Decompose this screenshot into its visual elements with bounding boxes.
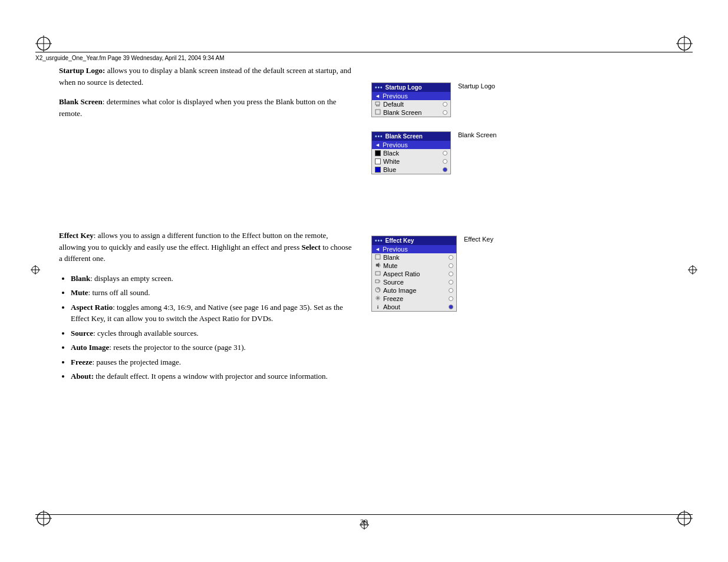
bullet-blank: Blank: displays an empty screen. (71, 273, 354, 285)
bullet-freeze: Freeze: pauses the projected image. (71, 356, 354, 368)
startup-logo-dots: ••• (375, 84, 383, 91)
corner-mark-tr (676, 35, 693, 52)
startup-logo-previous-label: Previous (383, 92, 408, 100)
effect-key-bold: Effect Key (59, 231, 94, 240)
blank-screen-black-radio (443, 150, 447, 157)
white-color-box (375, 158, 381, 164)
effect-key-item-freeze[interactable]: Freeze (372, 295, 456, 303)
effect-key-label: Effect Key (464, 236, 493, 243)
bullet-mute: Mute: turns off all sound. (71, 287, 354, 299)
blank-screen-item-black[interactable]: Black (372, 149, 450, 157)
startup-logo-item-default[interactable]: Default (372, 100, 450, 108)
effect-key-item-autoimage[interactable]: Auto Image (372, 286, 456, 295)
blue-color-box (375, 167, 381, 173)
blank-screen-blue-label: Blue (383, 166, 396, 173)
aspect-label: Aspect Ratio (383, 270, 420, 277)
corner-mark-tl (35, 35, 52, 52)
header-bar: X2_usrguide_One_Year.fm Page 39 Wednesda… (35, 52, 693, 61)
bullet-about: About: the default effect. It opens a wi… (71, 371, 354, 382)
cross-mark-left (31, 265, 40, 275)
effect-key-arrow: ◄ (375, 246, 380, 252)
effect-key-item-blank[interactable]: Blank (372, 253, 456, 262)
cross-mark-right (688, 265, 697, 275)
source-radio (449, 279, 453, 286)
aspect-icon (375, 270, 381, 277)
freeze-radio (449, 295, 453, 302)
page-number: 39 (0, 517, 728, 527)
main-content: Startup Logo: allows you to display a bl… (59, 65, 354, 127)
blank-screen-bold: Blank Screen (59, 97, 103, 106)
effect-key-section: Effect Key: allows you to assign a diffe… (59, 230, 354, 385)
blank-screen-item-blue[interactable]: Blue (372, 166, 450, 174)
freeze-label: Freeze (383, 295, 403, 302)
mute-label: Mute (383, 262, 397, 269)
startup-logo-item-previous[interactable]: ◄ Previous (372, 92, 450, 100)
svg-marker-27 (376, 263, 379, 267)
right-panels-top: ••• Startup Logo ◄ Previous Default Blan… (371, 82, 548, 189)
svg-rect-30 (375, 280, 379, 283)
svg-rect-26 (375, 254, 380, 259)
effect-key-select-bold: Select (301, 243, 320, 252)
effect-blank-radio (449, 254, 453, 261)
header-text: X2_usrguide_One_Year.fm Page 39 Wednesda… (35, 55, 225, 61)
mute-icon (375, 262, 381, 269)
about-label: About (383, 303, 400, 310)
startup-logo-default-icon (375, 101, 381, 108)
black-color-box (375, 150, 381, 156)
effect-key-item-aspect[interactable]: Aspect Ratio (372, 270, 456, 278)
blank-screen-blue-radio (443, 166, 447, 173)
effect-key-intro: Effect Key: allows you to assign a diffe… (59, 230, 354, 265)
blank-screen-group: ••• Blank Screen ◄ Previous Black White … (371, 131, 548, 178)
startup-logo-header-title: Startup Logo (386, 84, 422, 91)
effect-blank-label: Blank (383, 254, 400, 261)
source-icon (375, 279, 381, 286)
effect-key-item-about[interactable]: i About (372, 303, 456, 311)
bullet-auto-image: Auto Image: resets the projector to the … (71, 342, 354, 353)
freeze-icon (375, 295, 381, 302)
effect-key-header: ••• Effect Key (372, 236, 456, 245)
blank-screen-item-white[interactable]: White (372, 157, 450, 166)
startup-logo-blank-radio (443, 109, 447, 116)
autoimage-icon (375, 287, 381, 294)
aspect-radio (449, 270, 453, 277)
effect-key-panel: ••• Effect Key ◄ Previous Blank Mute (371, 236, 457, 312)
startup-logo-panel: ••• Startup Logo ◄ Previous Default Blan… (371, 82, 451, 117)
startup-logo-default-radio (443, 101, 447, 108)
blank-screen-header-title: Blank Screen (386, 133, 423, 140)
startup-logo-section: Startup Logo: allows you to display a bl… (59, 65, 354, 88)
svg-rect-32 (380, 282, 380, 282)
effect-key-dots: ••• (375, 237, 383, 244)
blank-screen-white-label: White (383, 158, 400, 165)
blank-screen-item-previous[interactable]: ◄ Previous (372, 141, 450, 149)
autoimage-label: Auto Image (383, 287, 416, 294)
blank-screen-header: ••• Blank Screen (372, 132, 450, 141)
svg-rect-25 (375, 110, 380, 114)
effect-key-item-previous[interactable]: ◄ Previous (372, 245, 456, 253)
about-icon: i (375, 304, 381, 310)
startup-logo-header: ••• Startup Logo (372, 83, 450, 92)
about-radio (449, 303, 453, 310)
effect-key-right: ••• Effect Key ◄ Previous Blank Mute (371, 236, 493, 315)
effect-key-rest: : allows you to assign a different funct… (59, 231, 328, 252)
startup-logo-blank-label: Blank Screen (383, 109, 421, 116)
blank-screen-arrow: ◄ (375, 142, 380, 148)
startup-logo-item-blank[interactable]: Blank Screen (372, 108, 450, 117)
startup-logo-title-bold: Startup Logo: (59, 66, 105, 75)
effect-key-item-mute[interactable]: Mute (372, 262, 456, 270)
effect-key-header-title: Effect Key (386, 237, 414, 244)
blank-screen-black-label: Black (383, 150, 399, 157)
mute-radio (449, 262, 453, 269)
blank-screen-section: Blank Screen: determines what color is d… (59, 96, 354, 119)
effect-key-previous-label: Previous (383, 246, 408, 253)
bullet-source: Source: cycles through available sources… (71, 328, 354, 339)
blank-screen-previous-label: Previous (383, 141, 408, 148)
blank-screen-panel: ••• Blank Screen ◄ Previous Black White … (371, 131, 451, 174)
startup-logo-arrow: ◄ (375, 93, 380, 99)
blank-screen-label: Blank Screen (458, 131, 496, 138)
svg-line-28 (380, 264, 380, 266)
autoimage-radio (449, 287, 453, 294)
source-label: Source (383, 279, 404, 286)
effect-key-item-source[interactable]: Source (372, 278, 456, 286)
svg-rect-31 (380, 280, 380, 281)
startup-logo-label: Startup Logo (458, 82, 495, 90)
